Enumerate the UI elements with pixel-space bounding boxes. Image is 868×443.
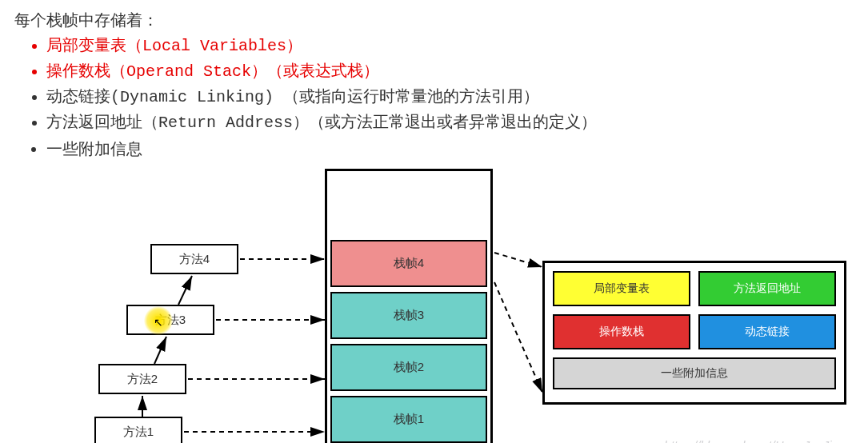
bullet-operand: 操作数栈（Operand Stack）（或表达式栈） bbox=[46, 60, 854, 84]
bullet-local-vars: 局部变量表（Local Variables） bbox=[46, 34, 854, 58]
watermark: https://blog.csdn.net/Hao_JunJie bbox=[664, 438, 838, 443]
stack-container: 栈帧4 栈帧3 栈帧2 栈帧1 bbox=[325, 169, 493, 443]
detail-dyn-link: 动态链接 bbox=[698, 314, 836, 349]
detail-return-addr: 方法返回地址 bbox=[698, 271, 836, 306]
svg-line-1 bbox=[154, 337, 166, 364]
detail-extra: 一些附加信息 bbox=[553, 357, 836, 389]
detail-local-vars: 局部变量表 bbox=[553, 271, 690, 306]
detail-operand: 操作数栈 bbox=[553, 314, 690, 349]
mouse-cursor-icon: ↖ bbox=[154, 316, 163, 329]
content-list: 局部变量表（Local Variables） 操作数栈（Operand Stac… bbox=[14, 34, 854, 161]
method-4-box: 方法4 bbox=[150, 244, 238, 274]
svg-line-2 bbox=[178, 276, 192, 305]
method-1-box: 方法1 bbox=[94, 417, 182, 443]
stack-empty-space bbox=[330, 174, 487, 235]
diagram: 方法4 方法3 方法2 方法1 ↖ 栈帧4 栈帧3 栈帧2 栈帧1 局部变量表 … bbox=[14, 169, 854, 443]
bullet-extra: 一些附加信息 bbox=[46, 137, 854, 161]
header-line: 每个栈帧中存储着： bbox=[14, 10, 854, 31]
stack-frame-2: 栈帧2 bbox=[330, 344, 487, 391]
method-2-box: 方法2 bbox=[98, 364, 186, 394]
frame-detail-box: 局部变量表 方法返回地址 操作数栈 动态链接 一些附加信息 bbox=[542, 261, 846, 405]
bullet-return-addr: 方法返回地址（Return Address）（或方法正常退出或者异常退出的定义） bbox=[46, 111, 854, 135]
bullet-dynamic-link: 动态链接(Dynamic Linking) （或指向运行时常量池的方法引用） bbox=[46, 86, 854, 110]
svg-line-8 bbox=[494, 282, 542, 393]
stack-frame-1: 栈帧1 bbox=[330, 396, 487, 443]
svg-line-7 bbox=[494, 253, 542, 267]
stack-frame-4: 栈帧4 bbox=[330, 240, 487, 287]
stack-frame-3: 栈帧3 bbox=[330, 292, 487, 339]
